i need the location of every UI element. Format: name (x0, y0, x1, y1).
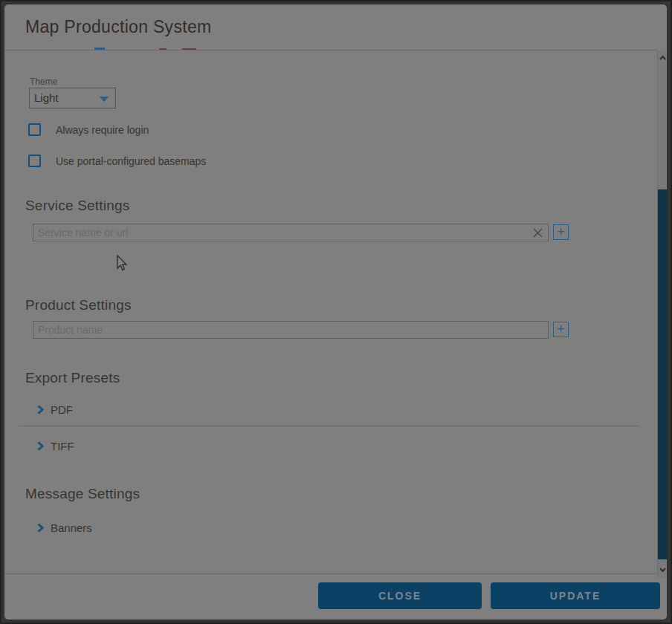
x-mark-icon (532, 227, 543, 238)
update-button[interactable]: UPDATE (491, 582, 660, 609)
export-preset-tiff-row[interactable]: TIFF (37, 439, 74, 452)
service-name-input[interactable] (33, 224, 548, 241)
chevron-right-icon (37, 405, 44, 415)
chevron-right-icon (37, 523, 44, 533)
header-divider (4, 50, 657, 51)
message-settings-title: Message Settings (25, 486, 140, 502)
product-settings-title: Product Settings (25, 297, 132, 313)
checkbox-label[interactable]: Use portal-configured basemaps (56, 155, 206, 167)
always-require-login-checkbox[interactable] (28, 123, 41, 136)
preset-divider (19, 426, 639, 426)
message-setting-label: Banners (51, 521, 92, 534)
close-button[interactable]: CLOSE (318, 582, 482, 609)
service-settings-title: Service Settings (25, 198, 130, 214)
footer-divider (4, 573, 667, 574)
chevron-down-icon (659, 568, 666, 572)
product-input-wrap (33, 321, 549, 339)
caret-down-icon (100, 97, 109, 102)
export-presets-title: Export Presets (25, 370, 120, 386)
theme-select-value: Light (34, 91, 59, 104)
scrollbar-thumb[interactable] (658, 189, 667, 559)
chevron-up-icon (659, 56, 666, 60)
add-product-button[interactable]: + (553, 322, 569, 337)
dialog-title: Map Production System (25, 17, 211, 37)
mouse-cursor (117, 255, 129, 276)
screen-backdrop: Map Production System Theme Light Always… (0, 0, 672, 624)
map-production-system-dialog: Map Production System Theme Light Always… (4, 4, 667, 620)
add-service-button[interactable]: + (553, 224, 569, 240)
message-banners-row[interactable]: Banners (37, 521, 92, 534)
vertical-scrollbar (657, 51, 667, 578)
export-preset-label: PDF (51, 403, 73, 416)
theme-label: Theme (30, 77, 57, 87)
clear-service-input-button[interactable] (532, 227, 543, 239)
scroll-up-button[interactable] (658, 52, 667, 64)
portal-basemaps-checkbox[interactable] (28, 155, 41, 167)
scroll-down-button[interactable] (658, 564, 667, 576)
chevron-right-icon (37, 441, 44, 451)
product-name-input[interactable] (33, 322, 548, 338)
checkbox-label[interactable]: Always require login (56, 124, 149, 136)
theme-select[interactable]: Light (29, 88, 116, 108)
export-preset-pdf-row[interactable]: PDF (37, 403, 73, 416)
service-input-wrap (33, 224, 549, 241)
export-preset-label: TIFF (51, 440, 74, 452)
